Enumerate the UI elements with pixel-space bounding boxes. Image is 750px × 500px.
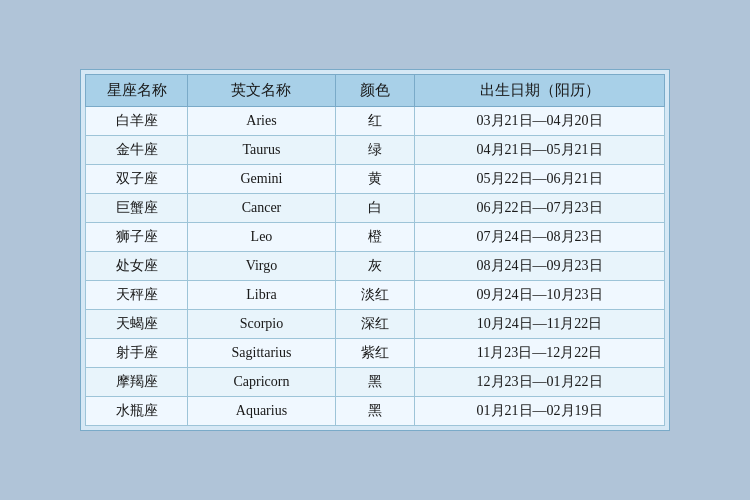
cell-english: Scorpio: [188, 310, 336, 339]
cell-color: 黑: [335, 368, 414, 397]
cell-chinese: 摩羯座: [86, 368, 188, 397]
cell-color: 淡红: [335, 281, 414, 310]
cell-color: 黄: [335, 165, 414, 194]
cell-chinese: 天蝎座: [86, 310, 188, 339]
cell-date: 08月24日—09月23日: [415, 252, 665, 281]
zodiac-table-container: 星座名称 英文名称 颜色 出生日期（阳历） 白羊座Aries红03月21日—04…: [80, 69, 670, 431]
table-row: 射手座Sagittarius紫红11月23日—12月22日: [86, 339, 665, 368]
cell-chinese: 射手座: [86, 339, 188, 368]
cell-color: 灰: [335, 252, 414, 281]
cell-date: 03月21日—04月20日: [415, 107, 665, 136]
header-color: 颜色: [335, 75, 414, 107]
cell-chinese: 天秤座: [86, 281, 188, 310]
table-row: 天秤座Libra淡红09月24日—10月23日: [86, 281, 665, 310]
cell-date: 11月23日—12月22日: [415, 339, 665, 368]
cell-date: 12月23日—01月22日: [415, 368, 665, 397]
cell-english: Virgo: [188, 252, 336, 281]
table-row: 摩羯座Capricorn黑12月23日—01月22日: [86, 368, 665, 397]
cell-color: 橙: [335, 223, 414, 252]
cell-chinese: 水瓶座: [86, 397, 188, 426]
cell-english: Aries: [188, 107, 336, 136]
cell-color: 紫红: [335, 339, 414, 368]
cell-chinese: 双子座: [86, 165, 188, 194]
table-row: 双子座Gemini黄05月22日—06月21日: [86, 165, 665, 194]
cell-chinese: 金牛座: [86, 136, 188, 165]
cell-english: Aquarius: [188, 397, 336, 426]
cell-color: 深红: [335, 310, 414, 339]
table-row: 巨蟹座Cancer白06月22日—07月23日: [86, 194, 665, 223]
cell-color: 绿: [335, 136, 414, 165]
cell-date: 01月21日—02月19日: [415, 397, 665, 426]
cell-date: 04月21日—05月21日: [415, 136, 665, 165]
cell-chinese: 白羊座: [86, 107, 188, 136]
cell-color: 红: [335, 107, 414, 136]
cell-chinese: 狮子座: [86, 223, 188, 252]
cell-english: Leo: [188, 223, 336, 252]
cell-date: 06月22日—07月23日: [415, 194, 665, 223]
header-date: 出生日期（阳历）: [415, 75, 665, 107]
cell-date: 05月22日—06月21日: [415, 165, 665, 194]
cell-english: Cancer: [188, 194, 336, 223]
cell-color: 黑: [335, 397, 414, 426]
cell-date: 10月24日—11月22日: [415, 310, 665, 339]
zodiac-table: 星座名称 英文名称 颜色 出生日期（阳历） 白羊座Aries红03月21日—04…: [85, 74, 665, 426]
cell-english: Gemini: [188, 165, 336, 194]
cell-date: 07月24日—08月23日: [415, 223, 665, 252]
table-row: 狮子座Leo橙07月24日—08月23日: [86, 223, 665, 252]
table-header-row: 星座名称 英文名称 颜色 出生日期（阳历）: [86, 75, 665, 107]
table-row: 水瓶座Aquarius黑01月21日—02月19日: [86, 397, 665, 426]
cell-english: Libra: [188, 281, 336, 310]
cell-chinese: 巨蟹座: [86, 194, 188, 223]
table-row: 处女座Virgo灰08月24日—09月23日: [86, 252, 665, 281]
table-row: 金牛座Taurus绿04月21日—05月21日: [86, 136, 665, 165]
cell-english: Taurus: [188, 136, 336, 165]
header-chinese: 星座名称: [86, 75, 188, 107]
header-english: 英文名称: [188, 75, 336, 107]
cell-chinese: 处女座: [86, 252, 188, 281]
cell-english: Sagittarius: [188, 339, 336, 368]
cell-english: Capricorn: [188, 368, 336, 397]
cell-date: 09月24日—10月23日: [415, 281, 665, 310]
table-row: 白羊座Aries红03月21日—04月20日: [86, 107, 665, 136]
cell-color: 白: [335, 194, 414, 223]
table-row: 天蝎座Scorpio深红10月24日—11月22日: [86, 310, 665, 339]
